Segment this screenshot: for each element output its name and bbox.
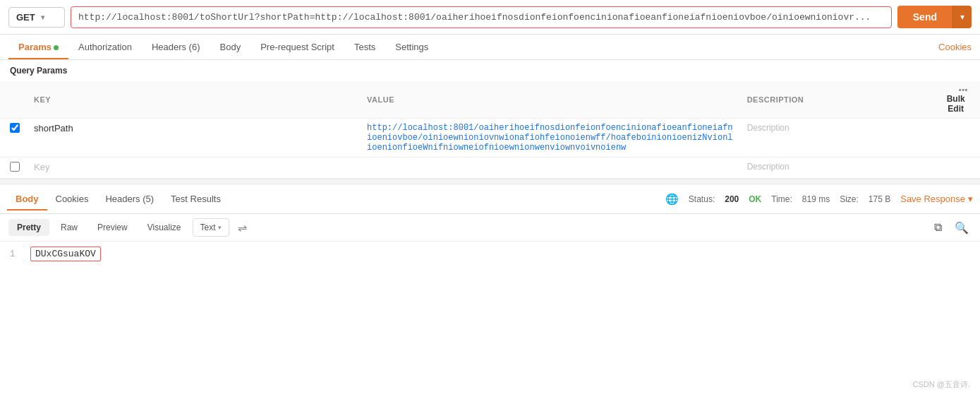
params-table: KEY VALUE DESCRIPTION ••• Bulk Edit shor… — [0, 81, 980, 179]
format-row: Pretty Raw Preview Visualize Text ▾ ⇌ ⧉ … — [0, 214, 980, 242]
response-value: DUxCGsuaKOV — [30, 247, 101, 261]
row-description-cell[interactable]: Description — [740, 119, 932, 158]
tab-authorization[interactable]: Authorization — [68, 35, 142, 59]
send-dropdown-button[interactable]: ▾ — [952, 6, 972, 28]
text-format-select[interactable]: Text ▾ — [193, 218, 229, 237]
row-key-cell[interactable]: shortPath — [27, 119, 360, 158]
format-visualize-button[interactable]: Visualize — [139, 219, 190, 236]
top-bar: GET ▾ Send ▾ — [0, 0, 980, 35]
empty-row-checkbox[interactable] — [10, 162, 20, 172]
row-value-cell[interactable]: http://localhost:8001/oaiherihoeifnosdio… — [360, 119, 740, 158]
params-dot — [54, 45, 59, 50]
send-button-group: Send ▾ — [897, 6, 972, 28]
watermark: CSDN @五音诗. — [913, 379, 970, 390]
time-label: Time: — [771, 194, 792, 204]
resp-tab-body[interactable]: Body — [7, 187, 47, 211]
empty-checkbox-cell[interactable] — [0, 158, 27, 179]
send-button[interactable]: Send — [897, 6, 952, 28]
method-label: GET — [16, 12, 35, 23]
resp-tab-headers[interactable]: Headers (5) — [97, 187, 162, 211]
table-row-empty: Key Description — [0, 158, 980, 179]
cookies-link[interactable]: Cookies — [938, 42, 972, 52]
section-divider — [0, 179, 980, 184]
format-pretty-button[interactable]: Pretty — [8, 219, 49, 236]
response-status-area: 🌐 Status: 200 OK Time: 819 ms Size: 175 … — [665, 193, 973, 206]
bulk-edit-button[interactable]: Bulk Edit — [938, 94, 973, 114]
empty-desc-cell[interactable]: Description — [740, 158, 932, 179]
empty-row-more — [931, 158, 980, 179]
wrap-icon[interactable]: ⇌ — [238, 221, 247, 235]
status-code: 200 — [725, 194, 739, 204]
desc-placeholder: Description — [747, 123, 790, 133]
tab-settings[interactable]: Settings — [385, 35, 438, 59]
method-select[interactable]: GET ▾ — [8, 7, 65, 28]
size-label: Size: — [840, 194, 859, 204]
row-checkbox[interactable] — [10, 123, 20, 133]
row-checkbox-cell[interactable] — [0, 119, 27, 158]
status-ok: OK — [749, 194, 761, 204]
tab-tests[interactable]: Tests — [344, 35, 385, 59]
line-number: 1 — [10, 249, 15, 259]
more-options-icon: ••• — [959, 85, 968, 94]
time-value: 819 ms — [802, 194, 830, 204]
tab-params[interactable]: Params — [8, 35, 68, 59]
col-header-more: ••• Bulk Edit — [931, 81, 980, 119]
tab-body[interactable]: Body — [210, 35, 251, 59]
format-raw-button[interactable]: Raw — [52, 219, 86, 236]
globe-icon: 🌐 — [665, 193, 679, 206]
status-label: Status: — [689, 194, 715, 204]
format-preview-button[interactable]: Preview — [89, 219, 136, 236]
col-header-description: DESCRIPTION — [740, 81, 932, 119]
request-tabs-row: Params Authorization Headers (6) Body Pr… — [0, 35, 980, 60]
url-input[interactable] — [71, 6, 892, 28]
empty-desc-placeholder: Description — [747, 162, 790, 172]
text-format-chevron: ▾ — [218, 224, 222, 231]
response-header: Body Cookies Headers (5) Test Results 🌐 … — [0, 184, 980, 214]
response-body: 1 DUxCGsuaKOV — [0, 242, 980, 284]
resp-tab-cookies[interactable]: Cookies — [47, 187, 97, 211]
col-header-value: VALUE — [360, 81, 740, 119]
resp-tab-test-results[interactable]: Test Results — [162, 187, 229, 211]
empty-key-cell[interactable]: Key — [27, 158, 360, 179]
search-response-button[interactable]: 🔍 — [952, 220, 972, 236]
copy-response-button[interactable]: ⧉ — [931, 220, 945, 235]
table-row: shortPath http://localhost:8001/oaiherih… — [0, 119, 980, 158]
method-chevron: ▾ — [41, 13, 44, 21]
key-placeholder: Key — [34, 162, 49, 172]
col-header-checkbox — [0, 81, 27, 119]
query-params-label: Query Params — [0, 60, 980, 81]
save-response-chevron: ▾ — [968, 194, 973, 204]
save-response-button[interactable]: Save Response ▾ — [900, 194, 973, 204]
col-header-key: KEY — [27, 81, 360, 119]
tab-pre-request-script[interactable]: Pre-request Script — [250, 35, 344, 59]
response-body-icons: ⧉ 🔍 — [931, 220, 972, 236]
empty-value-cell[interactable] — [360, 158, 740, 179]
size-value: 175 B — [869, 194, 890, 204]
tab-headers[interactable]: Headers (6) — [142, 35, 210, 59]
row-more-cell — [931, 119, 980, 158]
